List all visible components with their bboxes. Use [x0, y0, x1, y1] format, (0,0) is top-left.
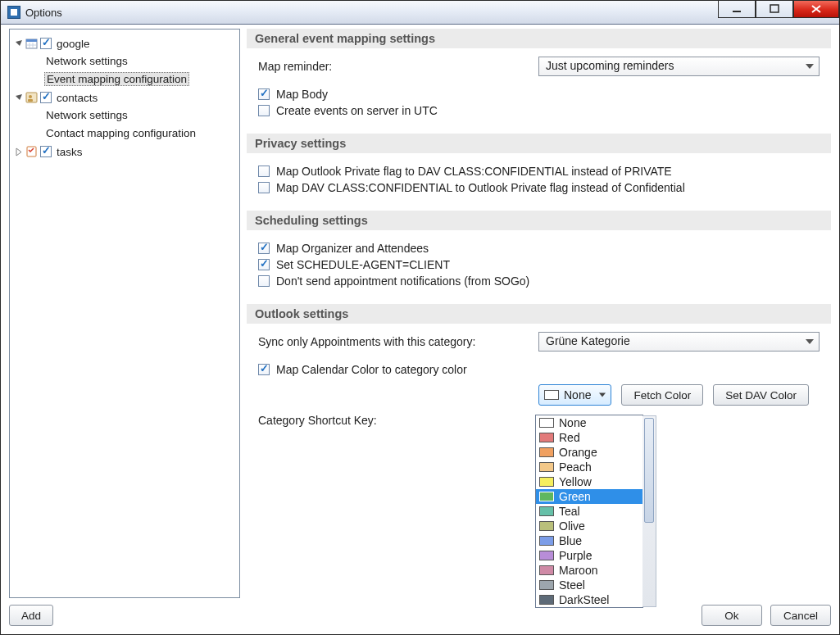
color-option-label: Maroon	[559, 564, 597, 577]
color-swatch	[539, 565, 554, 575]
color-option[interactable]: Teal	[536, 504, 642, 519]
color-swatch	[539, 536, 554, 546]
checkbox[interactable]	[40, 146, 52, 157]
titlebar[interactable]: Options	[1, 1, 839, 25]
section-header-scheduling: Scheduling settings	[247, 211, 831, 230]
checkbox[interactable]	[40, 92, 52, 103]
color-swatch	[539, 521, 554, 531]
expander-icon[interactable]	[15, 39, 24, 48]
checkbox[interactable]	[258, 166, 270, 177]
color-dropdown-list[interactable]: NoneRedOrangePeachYellowGreenTealOliveBl…	[535, 415, 643, 608]
tasks-icon	[25, 146, 39, 157]
color-option[interactable]: Peach	[536, 460, 642, 474]
tree-node-contacts[interactable]: contacts Network settings Contact mappin…	[15, 88, 236, 143]
tree-item-network-settings[interactable]: Network settings	[30, 106, 236, 124]
checkbox[interactable]	[258, 364, 270, 375]
tree-label: google	[55, 38, 92, 50]
profiles-tree[interactable]: google Network settings Event mapping co…	[9, 29, 240, 598]
color-option[interactable]: Green	[536, 489, 642, 504]
color-option[interactable]: Red	[536, 430, 642, 445]
calendar-icon	[25, 38, 39, 49]
set-agent-row[interactable]: Set SCHEDULE-AGENT=CLIENT	[258, 258, 820, 271]
sync-category-label: Sync only Appointments with this categor…	[258, 335, 529, 348]
expander-icon[interactable]	[15, 147, 24, 156]
app-icon	[7, 6, 20, 19]
map-reminder-select[interactable]: Just upcoming reminders	[538, 57, 820, 76]
color-option-label: Peach	[559, 460, 592, 474]
checkbox[interactable]	[258, 182, 270, 193]
color-option-label: Green	[559, 490, 591, 503]
scrollbar[interactable]	[642, 415, 656, 607]
color-option[interactable]: Olive	[536, 519, 642, 533]
svg-rect-3	[26, 39, 37, 42]
add-button[interactable]: Add	[9, 605, 53, 626]
map-color-row[interactable]: Map Calendar Color to category color	[258, 363, 820, 376]
contacts-icon	[25, 92, 39, 103]
color-swatch	[539, 492, 554, 501]
checkbox[interactable]	[258, 88, 270, 100]
cancel-button[interactable]: Cancel	[770, 605, 831, 626]
color-option-label: Red	[559, 431, 580, 444]
color-option-label: Steel	[559, 578, 585, 592]
color-option[interactable]: DarkSteel	[536, 592, 642, 607]
scrollbar-thumb[interactable]	[644, 418, 654, 523]
color-option[interactable]: Yellow	[536, 474, 642, 489]
set-dav-color-button[interactable]: Set DAV Color	[713, 384, 809, 406]
color-option-label: Blue	[559, 534, 582, 547]
tree-item-network-settings[interactable]: Network settings	[30, 52, 236, 70]
create-utc-row[interactable]: Create events on server in UTC	[258, 104, 820, 117]
color-option[interactable]: Orange	[536, 445, 642, 460]
chevron-down-icon	[599, 393, 606, 397]
color-swatch	[539, 551, 554, 560]
color-option-label: None	[559, 416, 586, 429]
checkbox[interactable]	[258, 105, 270, 116]
checkbox[interactable]	[40, 38, 52, 49]
color-option[interactable]: Steel	[536, 578, 642, 592]
section-header-general: General event mapping settings	[247, 29, 831, 48]
sync-category-select[interactable]: Grüne Kategorie	[538, 332, 820, 352]
fetch-color-button[interactable]: Fetch Color	[621, 384, 703, 406]
checkbox[interactable]	[258, 259, 270, 270]
svg-rect-0	[733, 11, 741, 12]
tree-item-contact-mapping[interactable]: Contact mapping configuration	[30, 124, 236, 142]
section-header-privacy: Privacy settings	[247, 134, 831, 153]
color-option[interactable]: Blue	[536, 533, 642, 548]
color-option[interactable]: Purple	[536, 548, 642, 563]
color-option-label: DarkSteel	[559, 593, 609, 606]
color-swatch	[539, 418, 554, 428]
color-dropdown-button[interactable]: None	[538, 384, 611, 406]
shortcut-key-label: Category Shortcut Key:	[258, 414, 529, 427]
ok-button[interactable]: Ok	[702, 605, 762, 626]
no-sogo-row[interactable]: Don't send appointment notifications (fr…	[258, 274, 820, 288]
tree-item-event-mapping[interactable]: Event mapping configuration	[30, 70, 236, 88]
color-option[interactable]: Maroon	[536, 563, 642, 578]
color-swatch	[544, 390, 559, 400]
checkbox[interactable]	[258, 275, 270, 287]
close-button[interactable]	[793, 1, 839, 18]
map-confidential-row[interactable]: Map DAV CLASS:CONFIDENTIAL to Outlook Pr…	[258, 181, 820, 194]
map-reminder-label: Map reminder:	[258, 60, 529, 73]
color-swatch	[539, 580, 554, 590]
map-private-row[interactable]: Map Outlook Private flag to DAV CLASS:CO…	[258, 165, 820, 178]
color-swatch	[539, 506, 554, 516]
options-window: Options go	[0, 0, 840, 635]
color-swatch	[539, 477, 554, 487]
checkbox[interactable]	[258, 243, 270, 254]
map-body-row[interactable]: Map Body	[258, 88, 820, 101]
svg-rect-10	[27, 147, 36, 156]
color-option-label: Purple	[559, 549, 592, 562]
color-swatch	[539, 595, 554, 605]
minimize-button[interactable]	[718, 1, 756, 18]
color-swatch	[539, 462, 554, 472]
map-organizer-row[interactable]: Map Organizer and Attendees	[258, 242, 820, 255]
color-option[interactable]: None	[536, 415, 642, 430]
tree-node-tasks[interactable]: tasks	[15, 143, 236, 161]
maximize-button[interactable]	[756, 1, 793, 18]
color-swatch	[539, 447, 554, 457]
svg-rect-9	[28, 99, 33, 102]
tree-label: tasks	[55, 146, 84, 158]
tree-node-google[interactable]: google Network settings Event mapping co…	[15, 34, 236, 88]
expander-icon[interactable]	[15, 93, 24, 102]
color-swatch	[539, 433, 554, 442]
svg-rect-1	[770, 5, 779, 12]
